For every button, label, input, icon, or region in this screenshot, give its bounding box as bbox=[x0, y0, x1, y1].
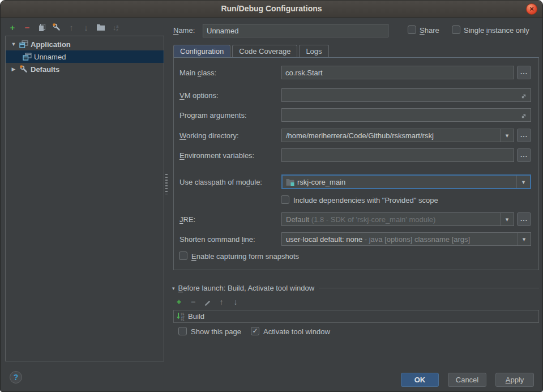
dropdown-arrow-icon[interactable]: ▾ bbox=[516, 176, 530, 188]
module-icon bbox=[286, 178, 294, 186]
before-launch-down-button[interactable]: ↓ bbox=[231, 297, 240, 306]
include-provided-label: Include dependencies with "Provided" sco… bbox=[293, 196, 438, 204]
main-class-label: Main class: bbox=[179, 69, 216, 77]
apply-button[interactable]: Apply bbox=[495, 373, 534, 387]
move-down-button[interactable]: ↓ bbox=[81, 22, 91, 32]
configurations-toolbar: + − ↑ ↓ ↓az bbox=[7, 22, 121, 32]
shorten-command-line-label: Shorten command line: bbox=[179, 235, 255, 244]
jre-label: JRE: bbox=[179, 215, 195, 224]
tab-bar: Configuration Code Coverage Logs bbox=[173, 45, 331, 58]
before-launch-up-button[interactable]: ↑ bbox=[217, 297, 226, 306]
defaults-wrench-icon bbox=[19, 65, 28, 74]
activate-tool-window-checkbox[interactable]: ✓ bbox=[251, 327, 259, 335]
add-config-button[interactable]: + bbox=[7, 22, 18, 32]
shorten-command-line-combo[interactable]: user-local default: none - java [options… bbox=[281, 232, 531, 246]
window-title: Run/Debug Configurations bbox=[1, 1, 542, 17]
run-debug-configurations-dialog: Run/Debug Configurations × + − ↑ ↓ bbox=[0, 0, 543, 392]
tree-item-unnamed[interactable]: Unnamed bbox=[6, 50, 164, 63]
config-tree: ▼ Application Unnamed ▶ bbox=[5, 36, 164, 361]
single-instance-checkbox[interactable] bbox=[452, 25, 460, 34]
capture-snapshots-checkbox[interactable] bbox=[179, 252, 187, 260]
check-icon: ✓ bbox=[252, 327, 258, 335]
question-icon: ? bbox=[14, 373, 19, 382]
working-directory-label: Working directory: bbox=[179, 131, 239, 140]
build-task-row[interactable]: 01 10 01 Build bbox=[174, 310, 538, 322]
copy-icon bbox=[38, 23, 46, 32]
tree-item-application[interactable]: ▼ Application bbox=[6, 38, 164, 50]
activate-tool-window-label: Activate tool window bbox=[263, 327, 330, 336]
main-class-input[interactable] bbox=[281, 66, 514, 79]
program-arguments-label: Program arguments: bbox=[179, 111, 247, 120]
divider bbox=[319, 288, 539, 288]
tree-collapsed-icon[interactable]: ▶ bbox=[10, 66, 17, 72]
jre-combo[interactable]: Default (1.8 - SDK of 'rskj-core_main' m… bbox=[281, 212, 514, 226]
vm-options-expand-icon[interactable] bbox=[520, 92, 527, 102]
move-up-button[interactable]: ↑ bbox=[66, 22, 76, 32]
main-class-browse-button[interactable]: ... bbox=[517, 66, 531, 79]
copy-config-button[interactable] bbox=[37, 22, 47, 32]
single-instance-label: Single instance only bbox=[464, 26, 529, 35]
svg-text:01: 01 bbox=[181, 318, 185, 321]
before-launch-add-button[interactable]: + bbox=[174, 297, 183, 306]
environment-variables-browse-button[interactable]: ... bbox=[517, 148, 531, 162]
application-icon bbox=[19, 40, 28, 48]
config-form-panel: Main class: ... VM options: Program argu… bbox=[173, 57, 539, 270]
dropdown-arrow-icon[interactable]: ▾ bbox=[517, 233, 531, 245]
environment-variables-input[interactable] bbox=[281, 148, 514, 162]
before-launch-edit-button[interactable] bbox=[203, 297, 212, 306]
edit-defaults-button[interactable] bbox=[52, 22, 62, 32]
build-icon: 01 10 01 bbox=[176, 312, 185, 321]
titlebar[interactable]: Run/Debug Configurations × bbox=[1, 1, 542, 18]
program-arguments-expand-icon[interactable] bbox=[520, 112, 527, 122]
before-launch-title: Before launch: Build, Activate tool wind… bbox=[178, 284, 315, 292]
close-button[interactable]: × bbox=[526, 3, 537, 15]
share-label: Share bbox=[420, 26, 439, 35]
new-folder-button[interactable] bbox=[96, 22, 106, 32]
show-this-page-checkbox[interactable] bbox=[178, 327, 187, 335]
tab-configuration[interactable]: Configuration bbox=[173, 45, 230, 58]
name-input[interactable] bbox=[203, 24, 388, 37]
tab-code-coverage[interactable]: Code Coverage bbox=[232, 45, 297, 58]
classpath-module-combo[interactable]: rskj-core_main ▾ bbox=[281, 174, 531, 189]
vm-options-input[interactable] bbox=[281, 88, 531, 102]
before-launch-toolbar: + − ↑ ↓ bbox=[174, 297, 240, 306]
sort-alpha-icon: ↓az bbox=[113, 23, 118, 32]
before-launch-remove-button[interactable]: − bbox=[189, 297, 198, 306]
close-icon: × bbox=[529, 5, 534, 13]
working-directory-combo[interactable]: /home/meriherrera/Code/Github/rsksmart/r… bbox=[281, 129, 514, 142]
tree-expanded-icon[interactable]: ▼ bbox=[10, 41, 17, 47]
capture-snapshots-label: Enable capturing form snapshots bbox=[191, 252, 299, 261]
sort-configs-button[interactable]: ↓az bbox=[110, 22, 121, 32]
working-directory-browse-button[interactable]: ... bbox=[517, 129, 531, 142]
wrench-icon bbox=[52, 23, 61, 32]
tab-logs[interactable]: Logs bbox=[299, 45, 328, 58]
share-checkbox[interactable] bbox=[408, 25, 416, 34]
tree-item-defaults[interactable]: ▶ Defaults bbox=[6, 63, 164, 75]
include-provided-checkbox[interactable] bbox=[281, 195, 289, 204]
jre-browse-button[interactable]: ... bbox=[517, 212, 531, 226]
classpath-module-label: Use classpath of module: bbox=[179, 178, 262, 186]
show-this-page-label: Show this page bbox=[191, 327, 241, 336]
environment-variables-label: Environment variables: bbox=[179, 151, 254, 160]
help-button[interactable]: ? bbox=[10, 371, 22, 384]
remove-config-button[interactable]: − bbox=[22, 22, 32, 32]
name-label: Name: bbox=[173, 26, 195, 35]
pencil-icon bbox=[204, 299, 211, 306]
folder-icon bbox=[96, 23, 105, 31]
dropdown-arrow-icon[interactable]: ▾ bbox=[500, 213, 514, 225]
cancel-button[interactable]: Cancel bbox=[448, 373, 486, 387]
before-launch-header[interactable]: ▾ Before launch: Build, Activate tool wi… bbox=[172, 284, 539, 292]
vm-options-label: VM options: bbox=[179, 91, 219, 100]
collapse-triangle-icon[interactable]: ▾ bbox=[172, 286, 175, 291]
application-icon bbox=[23, 53, 32, 61]
before-launch-list: 01 10 01 Build bbox=[173, 310, 539, 323]
program-arguments-input[interactable] bbox=[281, 108, 531, 122]
splitter-handle[interactable] bbox=[165, 174, 168, 194]
dropdown-arrow-icon[interactable]: ▾ bbox=[500, 129, 514, 142]
ok-button[interactable]: OK bbox=[401, 373, 439, 387]
